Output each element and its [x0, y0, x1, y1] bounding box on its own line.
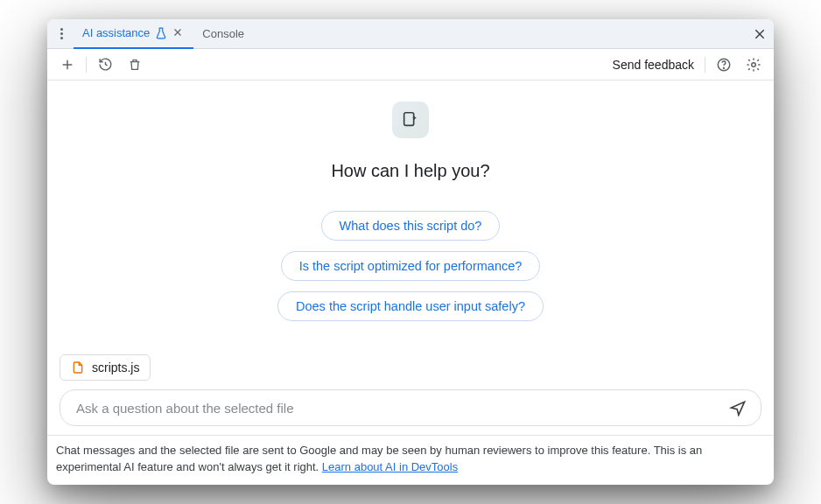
- suggestion-chip[interactable]: Is the script optimized for performance?: [281, 251, 541, 281]
- selected-file-name: scripts.js: [92, 360, 139, 374]
- svg-point-2: [752, 62, 756, 66]
- help-button[interactable]: [712, 53, 735, 76]
- tab-console[interactable]: Console: [193, 19, 253, 49]
- suggestion-chip[interactable]: What does this script do?: [321, 211, 501, 241]
- new-chat-button[interactable]: [56, 53, 79, 76]
- flask-icon: [155, 27, 167, 39]
- prompt-input-container: [60, 389, 761, 426]
- separator: [86, 57, 87, 73]
- suggestion-chip[interactable]: Does the script handle user input safely…: [277, 291, 544, 321]
- selected-file-chip[interactable]: scripts.js: [60, 354, 151, 381]
- close-tab-icon[interactable]: [172, 27, 185, 39]
- separator: [705, 57, 705, 73]
- ai-sparkle-icon: [392, 102, 429, 138]
- page-heading: How can I help you?: [331, 161, 489, 181]
- svg-point-1: [724, 67, 725, 68]
- settings-button[interactable]: [742, 53, 765, 76]
- file-icon: [71, 360, 85, 374]
- suggestion-list: What does this script do? Is the script …: [277, 211, 544, 321]
- close-panel-button[interactable]: [753, 19, 767, 48]
- devtools-panel: AI assistance Console: [47, 19, 774, 485]
- selected-file-row: scripts.js: [60, 354, 151, 381]
- disclaimer-footer: Chat messages and the selected file are …: [47, 435, 774, 485]
- tab-label: Console: [202, 27, 244, 40]
- tab-label: AI assistance: [82, 26, 150, 39]
- toolbar: Send feedback: [47, 49, 774, 80]
- tab-ai-assistance[interactable]: AI assistance: [74, 19, 193, 49]
- main-content: How can I help you? What does this scrip…: [47, 80, 774, 435]
- delete-button[interactable]: [123, 53, 146, 76]
- svg-rect-3: [404, 113, 414, 126]
- send-button[interactable]: [726, 396, 750, 420]
- send-feedback-link[interactable]: Send feedback: [613, 58, 694, 72]
- prompt-input[interactable]: [74, 400, 726, 416]
- history-button[interactable]: [94, 53, 116, 76]
- tab-strip: AI assistance Console: [47, 19, 774, 49]
- learn-more-link[interactable]: Learn about AI in DevTools: [322, 460, 458, 473]
- more-tabs-button[interactable]: [53, 22, 70, 46]
